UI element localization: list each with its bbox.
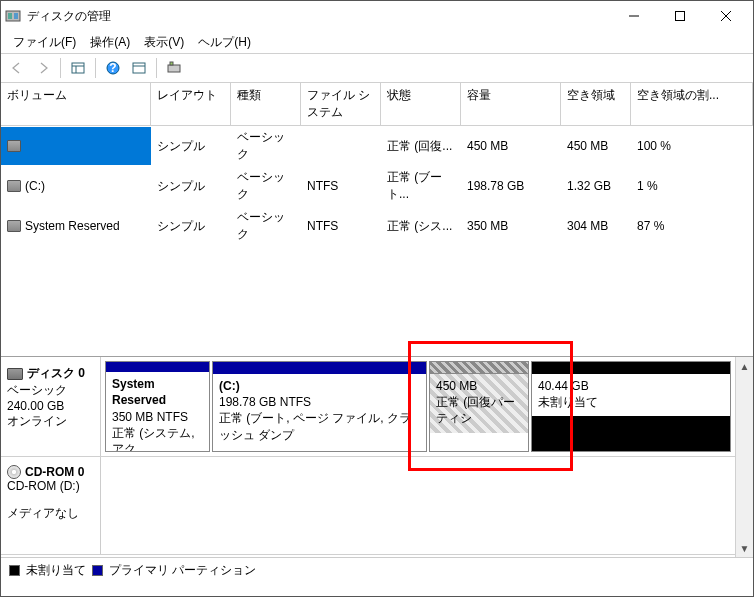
partition-unallocated[interactable]: 40.44 GB 未割り当て [531,361,731,452]
partition-recovery[interactable]: 450 MB 正常 (回復パーティシ [429,361,529,452]
toolbar: ? [1,53,753,83]
volume-name: (C:) [25,179,45,193]
volume-icon [7,220,21,232]
disk-type: ベーシック [7,382,94,399]
volume-list: ボリューム レイアウト 種類 ファイル システム 状態 容量 空き領域 空き領域… [1,83,753,357]
menu-bar: ファイル(F) 操作(A) 表示(V) ヘルプ(H) [1,31,753,53]
cdrom-label: CD-ROM 0 [25,465,84,479]
svg-rect-1 [8,13,12,19]
window-title: ディスクの管理 [27,8,611,25]
svg-rect-7 [72,63,84,73]
cdrom-drive: CD-ROM (D:) [7,479,94,493]
volume-icon [7,140,21,152]
col-freepct[interactable]: 空き領域の割... [631,83,753,125]
menu-file[interactable]: ファイル(F) [7,32,82,53]
volume-list-header: ボリューム レイアウト 種類 ファイル システム 状態 容量 空き領域 空き領域… [1,83,753,126]
legend-swatch-unallocated [9,565,20,576]
svg-text:?: ? [109,61,116,75]
maximize-button[interactable] [657,1,703,31]
disk-row-0: ディスク 0 ベーシック 240.00 GB オンライン System Rese… [1,357,735,457]
scroll-up-icon[interactable]: ▲ [738,359,752,373]
back-button[interactable] [5,56,29,80]
disk-icon [7,368,23,380]
col-volume[interactable]: ボリューム [1,83,151,125]
app-icon [5,8,21,24]
partition-system-reserved[interactable]: System Reserved 350 MB NTFS 正常 (システム, アク [105,361,210,452]
col-filesystem[interactable]: ファイル システム [301,83,381,125]
cdrom-partitions [101,457,735,554]
menu-help[interactable]: ヘルプ(H) [192,32,257,53]
volume-icon [7,180,21,192]
graphical-scrollbar[interactable]: ▲ ▼ [735,357,753,557]
toolbar-button-2[interactable] [127,56,151,80]
volume-row[interactable]: シンプルベーシック正常 (回復...450 MB450 MB100 % [1,126,753,166]
toolbar-button-1[interactable] [66,56,90,80]
legend-label-primary: プライマリ パーティション [109,562,256,579]
disk-info-0[interactable]: ディスク 0 ベーシック 240.00 GB オンライン [1,357,101,456]
svg-rect-14 [168,65,180,72]
col-layout[interactable]: レイアウト [151,83,231,125]
svg-rect-4 [676,12,685,21]
col-type[interactable]: 種類 [231,83,301,125]
help-button[interactable]: ? [101,56,125,80]
partition-c[interactable]: (C:) 198.78 GB NTFS 正常 (ブート, ページ ファイル, ク… [212,361,427,452]
volume-list-body[interactable]: シンプルベーシック正常 (回復...450 MB450 MB100 %(C:)シ… [1,126,753,356]
svg-rect-12 [133,63,145,73]
svg-rect-2 [14,13,18,19]
legend-label-unallocated: 未割り当て [26,562,86,579]
svg-rect-15 [170,62,173,65]
col-capacity[interactable]: 容量 [461,83,561,125]
legend: 未割り当て プライマリ パーティション [1,557,753,583]
disk-row-cdrom: CD-ROM 0 CD-ROM (D:) メディアなし [1,457,735,555]
volume-row[interactable]: System ReservedシンプルベーシックNTFS正常 (シス...350… [1,206,753,246]
disk-status: オンライン [7,413,94,430]
disk-0-partitions: System Reserved 350 MB NTFS 正常 (システム, アク… [101,357,735,456]
col-free[interactable]: 空き領域 [561,83,631,125]
minimize-button[interactable] [611,1,657,31]
scroll-down-icon[interactable]: ▼ [738,541,752,555]
volume-name: System Reserved [25,219,120,233]
disk-size: 240.00 GB [7,399,94,413]
cdrom-status: メディアなし [7,505,94,522]
menu-view[interactable]: 表示(V) [138,32,190,53]
legend-swatch-primary [92,565,103,576]
title-bar: ディスクの管理 [1,1,753,31]
col-status[interactable]: 状態 [381,83,461,125]
cdrom-icon [7,465,21,479]
close-button[interactable] [703,1,749,31]
cdrom-info[interactable]: CD-ROM 0 CD-ROM (D:) メディアなし [1,457,101,554]
disk-label: ディスク 0 [27,365,85,382]
menu-action[interactable]: 操作(A) [84,32,136,53]
toolbar-button-3[interactable] [162,56,186,80]
graphical-view: ディスク 0 ベーシック 240.00 GB オンライン System Rese… [1,357,753,557]
forward-button[interactable] [31,56,55,80]
volume-row[interactable]: (C:)シンプルベーシックNTFS正常 (ブート...198.78 GB1.32… [1,166,753,206]
